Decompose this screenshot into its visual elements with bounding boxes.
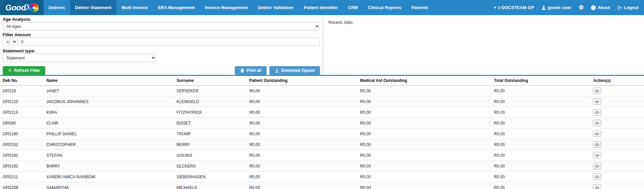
cell-surname: GOUWS bbox=[175, 150, 248, 161]
cell-total-outstanding: R0,00 bbox=[493, 172, 592, 182]
cell-medical-aid-outstanding: R0,00 bbox=[359, 96, 492, 107]
nav-item-invoice-management[interactable]: Invoice Management bbox=[200, 0, 253, 15]
refresh-filter-button[interactable]: Refresh Filter bbox=[3, 66, 45, 75]
table-row: GPD211XANDRI AMICA RAINBOWSIEBERHAGENR0,… bbox=[0, 172, 644, 182]
view-statement-button[interactable] bbox=[593, 131, 601, 137]
eye-icon bbox=[595, 122, 599, 125]
nav-item-patients[interactable]: Patients bbox=[406, 0, 433, 15]
pinwheel-logo-icon bbox=[29, 3, 39, 13]
cell-deb-no: GPD80 bbox=[0, 118, 45, 129]
cell-medical-aid-outstanding: R0,00 bbox=[359, 86, 492, 96]
cell-total-outstanding: R0,00 bbox=[493, 161, 592, 172]
cell-medical-aid-outstanding: R0,00 bbox=[359, 172, 492, 182]
about-link[interactable]: i About bbox=[591, 5, 610, 10]
table-row: GPD192BARRYOLCKERSR0,00R0,00R0,00 bbox=[0, 161, 644, 172]
view-statement-button[interactable] bbox=[593, 88, 601, 94]
practice-selector[interactable]: ▾ 1-DOCSTEAM GP bbox=[494, 5, 534, 10]
cell-surname: SIEBERHAGEN bbox=[175, 172, 248, 182]
nav-item-patient-identifier[interactable]: Patient Identifier bbox=[299, 0, 343, 15]
cell-total-outstanding: R0,00 bbox=[493, 139, 592, 150]
cell-deb-no: GPD151 bbox=[0, 139, 45, 150]
recent-jobs-label: Recent Jobs bbox=[328, 20, 353, 25]
cell-name: SAMANTHA bbox=[45, 182, 175, 189]
logout-link[interactable]: Logout bbox=[618, 5, 639, 10]
eye-icon bbox=[595, 100, 599, 103]
actions-cell bbox=[592, 118, 644, 129]
column-header: Surname bbox=[175, 76, 248, 86]
brand-logo[interactable]: Good X bbox=[0, 0, 44, 15]
user-menu[interactable]: goodx user bbox=[541, 5, 571, 10]
cell-patient-outstanding: R0,00 bbox=[248, 161, 359, 172]
brand-text: Good bbox=[5, 3, 26, 12]
cell-surname: FITZPATRICK bbox=[175, 107, 248, 118]
cell-surname: OLCKERS bbox=[175, 161, 248, 172]
eye-icon bbox=[595, 89, 599, 93]
view-statement-button[interactable] bbox=[593, 141, 601, 148]
cell-name: JANET bbox=[45, 86, 175, 96]
eye-icon bbox=[595, 111, 599, 114]
nav-item-multi-invoice[interactable]: Multi Invoice bbox=[116, 0, 153, 15]
table-row: GPD80CLAIRBISSETR0,00R0,00R0,00 bbox=[0, 118, 644, 129]
filter-panel: Age Analysis: All Ages Filter Amount <= … bbox=[0, 15, 323, 75]
top-navbar: Good X DebtorsDebtor StatementMulti Invo… bbox=[0, 0, 644, 15]
print-all-label: Print all bbox=[247, 68, 261, 73]
nav-item-debtors[interactable]: Debtors bbox=[44, 0, 70, 15]
view-statement-button[interactable] bbox=[593, 163, 601, 169]
cell-surname: KLEINGELD bbox=[175, 96, 248, 107]
cell-name: JACOBUS JOHANNES bbox=[45, 96, 175, 107]
logout-label: Logout bbox=[624, 5, 639, 10]
cell-name: XANDRI AMICA RAINBOW bbox=[45, 172, 175, 182]
nav-item-crm[interactable]: CRM bbox=[343, 0, 363, 15]
recent-jobs-panel: Recent Jobs bbox=[323, 15, 644, 75]
column-header: Patient Outstanding bbox=[248, 76, 359, 86]
cell-total-outstanding: R0,00 bbox=[493, 182, 592, 189]
view-statement-button[interactable] bbox=[593, 98, 601, 105]
table-header-row: Deb No.NameSurnamePatient OutstandingMed… bbox=[0, 76, 644, 86]
view-statement-button[interactable] bbox=[593, 174, 601, 180]
info-icon: i bbox=[591, 5, 596, 10]
cell-name: CHRISTOPHER bbox=[45, 139, 175, 150]
cell-patient-outstanding: R0,00 bbox=[248, 129, 359, 139]
filter-and-jobs-area: Age Analysis: All Ages Filter Amount <= … bbox=[0, 15, 644, 75]
download-zipped-button[interactable]: Download Zipped bbox=[269, 66, 320, 75]
cell-total-outstanding: R0,00 bbox=[493, 150, 592, 161]
settings-button[interactable]: ⚙ bbox=[579, 5, 584, 10]
cell-medical-aid-outstanding: R0,00 bbox=[359, 129, 492, 139]
eye-icon bbox=[595, 154, 599, 157]
cell-name: BARRY bbox=[45, 161, 175, 172]
nav-item-era-management[interactable]: ERA Management bbox=[153, 0, 200, 15]
actions-cell bbox=[592, 107, 644, 118]
nav-item-clinical-reports[interactable]: Clinical Reports bbox=[363, 0, 406, 15]
eye-icon bbox=[595, 186, 599, 189]
nav-item-debtor-validation[interactable]: Debtor Validation bbox=[253, 0, 299, 15]
filter-amount-input[interactable] bbox=[19, 38, 320, 46]
column-header: Deb No. bbox=[0, 76, 45, 86]
cell-medical-aid-outstanding: R0,00 bbox=[359, 107, 492, 118]
printer-icon bbox=[240, 68, 245, 73]
view-statement-button[interactable] bbox=[593, 120, 601, 126]
actions-cell bbox=[592, 161, 644, 172]
filter-amount-operator-select[interactable]: <= bbox=[3, 38, 17, 46]
cell-medical-aid-outstanding: R0,00 bbox=[359, 161, 492, 172]
logout-icon bbox=[618, 5, 622, 10]
view-statement-button[interactable] bbox=[593, 109, 601, 115]
table-row: GPD191STEFANGOUWSR0,00R0,00R0,00 bbox=[0, 150, 644, 161]
about-label: About bbox=[597, 5, 610, 10]
nav-item-debtor-statement[interactable]: Debtor Statement bbox=[70, 0, 116, 15]
cell-patient-outstanding: R0,00 bbox=[248, 118, 359, 129]
table-row: GPD209SAMANTHAMICHAELSR0,00R0,00R0,00 bbox=[0, 182, 644, 189]
view-statement-button[interactable] bbox=[593, 152, 601, 158]
refresh-filter-label: Refresh Filter bbox=[14, 68, 40, 73]
print-all-button[interactable]: Print all bbox=[235, 66, 267, 75]
cell-patient-outstanding: R0,00 bbox=[248, 86, 359, 96]
cell-name: STEFAN bbox=[45, 150, 175, 161]
age-analysis-select[interactable]: All Ages bbox=[3, 22, 320, 31]
user-name: goodx user bbox=[548, 5, 571, 10]
cell-name: CLAIR bbox=[45, 118, 175, 129]
cell-patient-outstanding: R0,00 bbox=[248, 96, 359, 107]
actions-cell bbox=[592, 172, 644, 182]
cell-surname: MICHAELS bbox=[175, 182, 248, 189]
statement-type-select[interactable]: Statement bbox=[3, 54, 156, 62]
view-statement-button[interactable] bbox=[593, 184, 601, 189]
eye-icon bbox=[595, 143, 599, 146]
